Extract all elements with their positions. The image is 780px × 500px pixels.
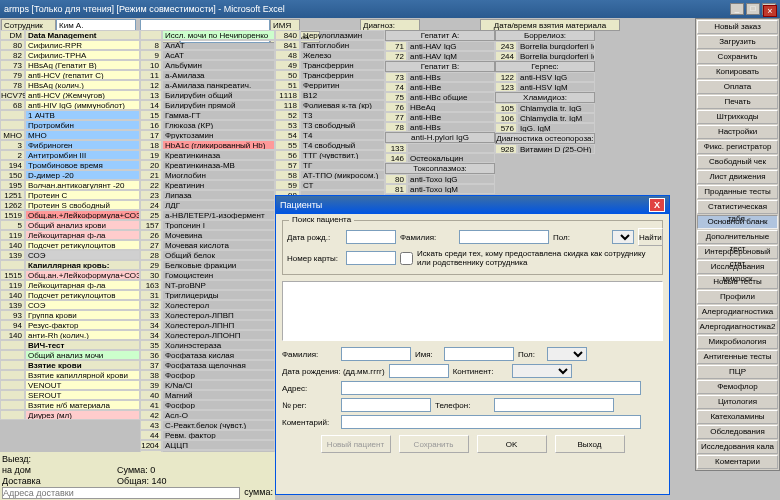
test-item[interactable]: Протеин С — [25, 190, 140, 200]
input-dob2[interactable] — [389, 364, 449, 378]
test-item[interactable]: Альбумин — [162, 60, 275, 70]
test-item[interactable]: anti-Toxo IgM — [407, 184, 495, 194]
test-item[interactable]: anti-HCV (Жемчугов) — [25, 90, 140, 100]
test-item[interactable]: Группа крови — [25, 310, 140, 320]
test-item[interactable]: HBsAg (колич.) — [25, 80, 140, 90]
test-item[interactable]: Фосфор — [162, 400, 275, 410]
test-item[interactable]: ЛДГ — [162, 200, 275, 210]
test-item[interactable]: Холинэстераза — [162, 340, 275, 350]
test-item[interactable]: Подсчет ретикулоцитов — [25, 240, 140, 250]
panel-button[interactable]: Новый заказ — [697, 20, 778, 34]
panel-button[interactable]: ПЦР — [697, 365, 778, 379]
test-item[interactable]: Т4 — [300, 130, 385, 140]
panel-button[interactable]: Фемофлор — [697, 380, 778, 394]
test-item[interactable]: Т4 свободный — [300, 140, 385, 150]
input-comm[interactable] — [341, 415, 641, 429]
test-item[interactable]: ТТГ (чувствит.) — [300, 150, 385, 160]
test-item[interactable]: Миоглобин — [162, 170, 275, 180]
input-fam[interactable] — [459, 230, 549, 244]
test-item[interactable]: Мочевая кислота — [162, 240, 275, 250]
panel-button[interactable]: Профили — [697, 290, 778, 304]
test-item[interactable]: Церулоплазмин — [300, 30, 385, 40]
test-item[interactable]: Подсчет ретикулоцитов — [25, 290, 140, 300]
dialog-titlebar[interactable]: Пациенты X — [276, 196, 669, 214]
exit-button[interactable]: Выход — [555, 435, 625, 453]
test-item[interactable]: СОЭ — [25, 300, 140, 310]
test-item[interactable]: Протромбин — [25, 120, 140, 130]
panel-button[interactable]: Интерфероновый стат — [697, 245, 778, 259]
test-item[interactable]: Chlamydia tr. IgG — [517, 103, 595, 113]
test-item[interactable]: Лейкоцитарная ф-ла — [25, 230, 140, 240]
test-item[interactable]: Лейкоцитарная ф-ла — [25, 280, 140, 290]
test-item[interactable]: Ревм. фактор — [162, 430, 275, 440]
test-item[interactable]: anti-HBs — [407, 72, 495, 82]
panel-button[interactable]: Загрузить — [697, 35, 778, 49]
test-item[interactable]: 1 АЧТВ — [25, 110, 140, 120]
test-item[interactable]: Протеин S свободный — [25, 200, 140, 210]
test-item[interactable]: anti-HIV IgG (иммуноблот) — [25, 100, 140, 110]
test-item[interactable]: ТГ — [300, 160, 385, 170]
test-item[interactable]: Гомоцистеин — [162, 270, 275, 280]
new-patient-button[interactable]: Новый пациент — [321, 435, 391, 453]
test-item[interactable]: Общ.ан.+Лейкоформула+СОЭ — [25, 270, 140, 280]
test-item[interactable]: Общ.ан.+Лейкоформула+СОЭ — [25, 210, 140, 220]
test-item[interactable]: Капиллярная кровь: — [25, 260, 140, 270]
test-item[interactable]: Креатинин — [162, 180, 275, 190]
test-item[interactable]: Т3 свободный — [300, 120, 385, 130]
panel-button[interactable]: Проданные тесты — [697, 185, 778, 199]
input-name[interactable] — [444, 347, 514, 361]
panel-button[interactable]: Микробиология — [697, 335, 778, 349]
panel-button[interactable]: Обследования — [697, 425, 778, 439]
ok-button[interactable]: OK — [477, 435, 547, 453]
test-item[interactable]: K/Na/Cl — [162, 380, 275, 390]
test-item[interactable] — [407, 143, 495, 153]
test-item[interactable]: ВИЧ-тест — [25, 340, 140, 350]
select-cont[interactable] — [512, 364, 572, 378]
test-item[interactable]: Фибриноген — [25, 140, 140, 150]
test-item[interactable]: HBeAg — [407, 102, 495, 112]
test-item[interactable]: Асл-О — [162, 410, 275, 420]
input-card[interactable] — [346, 251, 396, 265]
test-item[interactable]: Антитромбин III — [25, 150, 140, 160]
input-reg[interactable] — [341, 398, 431, 412]
dialog-close-icon[interactable]: X — [649, 198, 665, 212]
test-item[interactable]: Липаза — [162, 190, 275, 200]
test-item[interactable]: Сифилис-ТРНА — [25, 50, 140, 60]
test-item[interactable]: SEROUT — [25, 390, 140, 400]
test-item[interactable]: Тромбиновое время — [25, 160, 140, 170]
test-item[interactable]: D-димер -20 — [25, 170, 140, 180]
panel-button[interactable]: Штрихкоды — [697, 110, 778, 124]
test-item[interactable]: anti-HBc общие — [407, 92, 495, 102]
test-item[interactable]: АЦЦП — [162, 440, 275, 450]
test-item[interactable]: Холестерол-ЛПОНП — [162, 330, 275, 340]
test-item[interactable]: Креатинкиназа-МВ — [162, 160, 275, 170]
test-item[interactable]: АТ-ТПО (микросом.) — [300, 170, 385, 180]
test-item[interactable]: Диурез (мл) — [25, 410, 140, 420]
test-item[interactable]: Магний — [162, 390, 275, 400]
panel-button[interactable]: Основной бланк — [697, 215, 778, 229]
test-item[interactable]: Волчан.антикоагулянт -20 — [25, 180, 140, 190]
test-item[interactable]: anti-HCV (гепатит С) — [25, 70, 140, 80]
test-item[interactable]: Общий анализ крови — [25, 220, 140, 230]
panel-close-icon[interactable]: × — [763, 5, 777, 17]
test-item[interactable]: Триглицериды — [162, 290, 275, 300]
test-item[interactable]: Взятие н/б материала — [25, 400, 140, 410]
test-item[interactable]: Data Management — [25, 30, 140, 40]
test-item[interactable]: Фосфор — [162, 370, 275, 380]
panel-button[interactable]: Лист движения — [697, 170, 778, 184]
maximize-button[interactable]: □ — [746, 3, 760, 15]
panel-button[interactable]: Дополнительные тест — [697, 230, 778, 244]
panel-button[interactable]: Новые тесты — [697, 275, 778, 289]
test-item[interactable]: Витамин D (25-ОН) — [517, 144, 595, 154]
test-item[interactable]: Иссл. мочи по Нечипоренко — [162, 30, 275, 40]
test-item[interactable]: Резус-фактор — [25, 320, 140, 330]
test-item[interactable]: anti-HBe — [407, 82, 495, 92]
test-item[interactable]: Сифилис-RPR — [25, 40, 140, 50]
panel-button[interactable]: Алергодиагностика2 — [697, 320, 778, 334]
test-item[interactable]: HBsAg (Гепатит В) — [25, 60, 140, 70]
test-item[interactable]: СТ — [300, 180, 385, 190]
panel-button[interactable]: Печать — [697, 95, 778, 109]
panel-button[interactable]: Антигенные тесты — [697, 350, 778, 364]
test-item[interactable]: anti-HSV IgG — [517, 72, 595, 82]
test-item[interactable]: NT-proBNP — [162, 280, 275, 290]
